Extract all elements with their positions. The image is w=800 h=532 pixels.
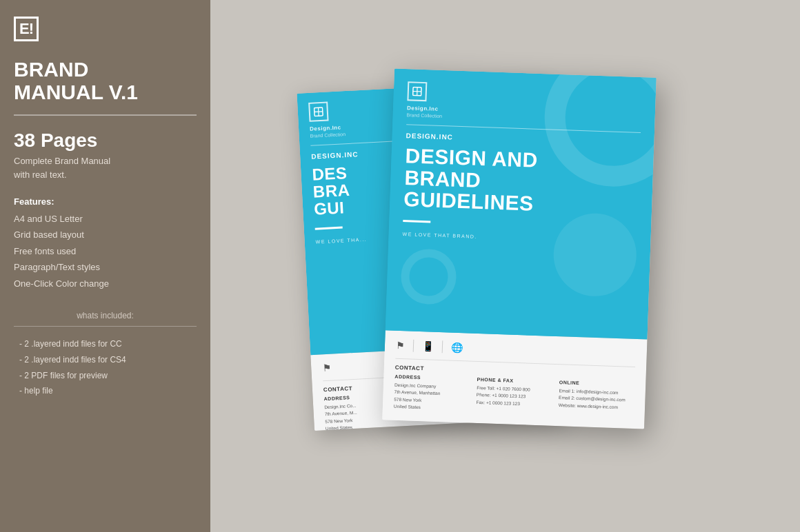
book-logo-front: [407, 81, 427, 101]
contact-online-col: Online Email 1: info@design-inc.comEmail…: [558, 380, 634, 418]
book-front-bottom: ⚑ 📱 🌐 CONTACT Address Design.Inc Company…: [382, 330, 647, 429]
book-main-title-front: DESIGN AND BRAND GUIDELINES: [403, 145, 639, 218]
feature-item: Paragraph/Text styles: [14, 259, 197, 275]
contact-phone-col: Phone & Fax Free Toll: +1 020 7600 800Ph…: [475, 377, 552, 416]
icon-divider-2: [441, 340, 443, 353]
contact-columns: Address Design.Inc Company7th Avenue, Ma…: [393, 374, 634, 419]
globe-icon: 🌐: [450, 342, 463, 354]
icon-divider: [412, 340, 414, 352]
flag-icon: ⚑: [395, 340, 405, 351]
content-area: Design.Inc Brand Collection DESIGN.INC D…: [210, 0, 800, 532]
book-mockup-container: Design.Inc Brand Collection DESIGN.INC D…: [271, 32, 740, 500]
features-list: A4 and US Letter Grid based layout Free …: [14, 211, 197, 291]
included-item: - 2 .layered indd files for CC: [14, 336, 197, 352]
logo-badge: E!: [14, 17, 39, 41]
product-description: Complete Brand Manualwith real text.: [14, 154, 197, 181]
feature-item: One-Click Color change: [14, 276, 197, 291]
page-count: 38 Pages: [14, 130, 197, 152]
feature-item: A4 and US Letter: [14, 211, 197, 227]
book-title-underline-front: [403, 220, 430, 223]
mobile-icon: 📱: [421, 340, 434, 352]
section-divider: [14, 326, 197, 327]
included-item: - 2 PDF files for preview: [14, 368, 197, 384]
included-item: - help file: [14, 383, 197, 399]
book-icons-row-front: ⚑ 📱 🌐: [395, 339, 635, 360]
sidebar: E! BRAND MANUAL v.1 38 Pages Complete Br…: [0, 0, 210, 532]
book-front-top: Design.Inc Brand Collection DESIGN.INC D…: [385, 69, 656, 340]
flag-icon-back: ⚑: [321, 362, 331, 374]
product-title: BRAND MANUAL v.1: [14, 58, 197, 116]
included-title: whats included:: [14, 311, 197, 320]
feature-item: Grid based layout: [14, 227, 197, 243]
book-title-underline-back: [314, 226, 342, 229]
included-item: - 2 .layered indd files for CS4: [14, 352, 197, 368]
book-logo-back: [308, 101, 328, 121]
included-section: whats included: - 2 .layered indd files …: [14, 311, 197, 399]
features-label: Features:: [14, 196, 197, 207]
feature-item: Free fonts used: [14, 243, 197, 259]
contact-address-col: Address Design.Inc Company7th Avenue, Ma…: [393, 374, 470, 413]
book-front: Design.Inc Brand Collection DESIGN.INC D…: [382, 69, 657, 429]
